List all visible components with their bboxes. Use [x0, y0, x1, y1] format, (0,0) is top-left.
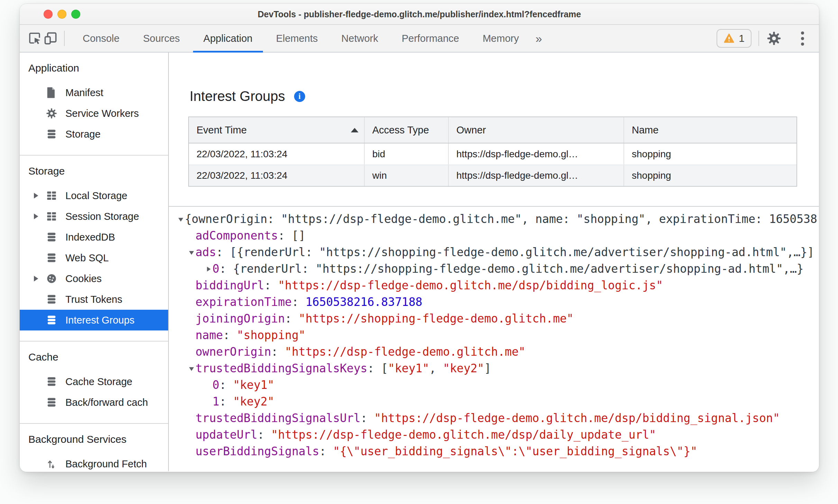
- preview-text: :: [361, 410, 374, 427]
- preview-text: :: [257, 427, 271, 443]
- tab-elements[interactable]: Elements: [264, 25, 330, 52]
- sidebar-section-title: Application: [20, 62, 168, 74]
- devtools-window: DevTools - publisher-fledge-demo.glitch.…: [20, 4, 819, 472]
- sidebar-item-indexeddb[interactable]: IndexedDB: [20, 227, 168, 248]
- zoom-window-button[interactable]: [71, 10, 80, 19]
- tree-line[interactable]: {ownerOrigin: "https://dsp-fledge-demo.g…: [169, 211, 819, 227]
- tab-sources[interactable]: Sources: [131, 25, 191, 52]
- issues-warning-button[interactable]: 1: [717, 29, 752, 48]
- minimize-window-button[interactable]: [57, 10, 66, 19]
- tree-line[interactable]: 0: "key1": [169, 377, 819, 393]
- warning-count: 1: [739, 32, 745, 44]
- sidebar-item-manifest[interactable]: Manifest: [20, 82, 168, 103]
- tree-line[interactable]: trustedBiddingSignalsKeys: ["key1", "key…: [169, 360, 819, 377]
- tab-console[interactable]: Console: [71, 25, 131, 52]
- sidebar-item-local-storage[interactable]: Local Storage: [20, 185, 168, 206]
- titlebar: DevTools - publisher-fledge-demo.glitch.…: [20, 4, 819, 25]
- inspect-element-icon[interactable]: [27, 29, 43, 47]
- column-header-event-time[interactable]: Event Time: [189, 117, 365, 143]
- column-header-label: Name: [632, 124, 658, 136]
- sidebar-item-label: Cookies: [65, 273, 102, 284]
- preview-text: :: [264, 277, 278, 294]
- tree-line[interactable]: joiningOrigin: "https://shopping-fledge-…: [169, 310, 819, 327]
- preview-text: : {renderUrl: "https://shopping-fledge-d…: [219, 261, 804, 277]
- cell-access-type: win: [365, 165, 449, 186]
- panel-tabs: ConsoleSourcesApplicationElementsNetwork…: [71, 25, 531, 52]
- collapse-arrow-icon[interactable]: [189, 366, 195, 372]
- expand-arrow-icon[interactable]: [206, 266, 212, 272]
- tree-line[interactable]: name: "shopping": [169, 327, 819, 344]
- column-header-access-type[interactable]: Access Type: [365, 117, 449, 143]
- string-value: "key2": [233, 393, 274, 410]
- column-header-name[interactable]: Name: [624, 117, 796, 143]
- application-sidebar: ApplicationManifestService WorkersStorag…: [20, 53, 169, 471]
- property-key: ads: [195, 244, 216, 261]
- tree-line[interactable]: ads: [{renderUrl: "https://shopping-fled…: [169, 244, 819, 261]
- toolbar-divider: [758, 31, 759, 46]
- tab-memory[interactable]: Memory: [471, 25, 531, 52]
- string-value: "https://shopping-fledge-demo.glitch.me": [299, 310, 574, 327]
- sidebar-item-interest-groups[interactable]: Interest Groups: [20, 310, 168, 330]
- string-value: "https://dsp-fledge-demo.glitch.me/dsp/d…: [271, 427, 656, 443]
- sidebar-item-web-sql[interactable]: Web SQL: [20, 248, 168, 268]
- tree-line[interactable]: userBiddingSignals: "{\"user_bidding_sig…: [169, 443, 819, 460]
- property-key: updateUrl: [195, 427, 257, 443]
- page-title: Interest Groups: [190, 88, 285, 104]
- tree-line[interactable]: expirationTime: 1650538216.837188: [169, 294, 819, 310]
- tree-line[interactable]: ownerOrigin: "https://dsp-fledge-demo.gl…: [169, 344, 819, 360]
- tab-performance[interactable]: Performance: [390, 25, 471, 52]
- fetch-icon: [46, 458, 65, 469]
- tree-line[interactable]: trustedBiddingSignalsUrl: "https://dsp-f…: [169, 410, 819, 427]
- tree-line[interactable]: biddingUrl: "https://dsp-fledge-demo.gli…: [169, 277, 819, 294]
- string-value: "key1": [233, 377, 274, 393]
- sidebar-item-cookies[interactable]: Cookies: [20, 268, 168, 289]
- cell-access-type: bid: [365, 143, 449, 165]
- database-icon: [46, 232, 65, 243]
- tree-line[interactable]: 0: {renderUrl: "https://shopping-fledge-…: [169, 261, 819, 277]
- grid-icon: [46, 190, 65, 201]
- device-toolbar-icon[interactable]: [43, 29, 58, 47]
- sidebar-item-session-storage[interactable]: Session Storage: [20, 206, 168, 227]
- sidebar-item-storage[interactable]: Storage: [20, 124, 168, 144]
- sidebar-item-background-fetch[interactable]: Background Fetch: [20, 454, 168, 471]
- sidebar-item-trust-tokens[interactable]: Trust Tokens: [20, 289, 168, 310]
- property-key: ownerOrigin: [195, 344, 271, 360]
- cell-name: shopping: [624, 165, 796, 186]
- table-row[interactable]: 22/03/2022, 11:03:24bidhttps://dsp-fledg…: [189, 143, 796, 165]
- tab-network[interactable]: Network: [330, 25, 390, 52]
- tree-line[interactable]: 1: "key2": [169, 393, 819, 410]
- sidebar-section-title: Storage: [20, 165, 168, 177]
- warning-icon: [723, 33, 735, 44]
- preview-text: : [{renderUrl: "https://shopping-fledge-…: [216, 244, 814, 261]
- tree-line[interactable]: updateUrl: "https://dsp-fledge-demo.glit…: [169, 427, 819, 443]
- string-value: "https://dsp-fledge-demo.glitch.me/dsp/b…: [374, 410, 780, 427]
- kebab-menu-icon[interactable]: [794, 29, 810, 47]
- info-icon[interactable]: i: [294, 91, 305, 102]
- property-key: joiningOrigin: [195, 310, 285, 327]
- tree-line[interactable]: adComponents: []: [169, 227, 819, 244]
- cell-event-time: 22/03/2022, 11:03:24: [189, 143, 365, 165]
- expander-icon[interactable]: [32, 275, 46, 282]
- more-tabs-icon[interactable]: »: [531, 32, 547, 45]
- sidebar-section-application: ApplicationManifestService WorkersStorag…: [20, 53, 168, 156]
- sidebar-item-back-forward-cach[interactable]: Back/forward cach: [20, 392, 168, 413]
- sidebar-item-label: Cache Storage: [65, 376, 132, 388]
- document-icon: [46, 87, 65, 99]
- sidebar-item-label: Web SQL: [65, 252, 109, 264]
- string-value: "key2": [443, 360, 484, 377]
- cell-event-time: 22/03/2022, 11:03:24: [189, 165, 365, 186]
- expander-icon[interactable]: [32, 192, 46, 199]
- sidebar-section-background-services: Background ServicesBackground Fetch: [20, 424, 168, 471]
- close-window-button[interactable]: [44, 10, 53, 19]
- preview-text: {ownerOrigin: "https://dsp-fledge-demo.g…: [185, 211, 817, 227]
- collapse-arrow-icon[interactable]: [189, 250, 195, 255]
- tab-application[interactable]: Application: [192, 25, 264, 52]
- column-header-owner[interactable]: Owner: [449, 117, 624, 143]
- sidebar-item-label: IndexedDB: [65, 232, 115, 243]
- expander-icon[interactable]: [32, 213, 46, 220]
- sidebar-item-cache-storage[interactable]: Cache Storage: [20, 371, 168, 392]
- sidebar-item-service-workers[interactable]: Service Workers: [20, 103, 168, 124]
- settings-gear-icon[interactable]: [766, 29, 782, 47]
- collapse-arrow-icon[interactable]: [178, 216, 185, 222]
- table-row[interactable]: 22/03/2022, 11:03:24winhttps://dsp-fledg…: [189, 165, 796, 186]
